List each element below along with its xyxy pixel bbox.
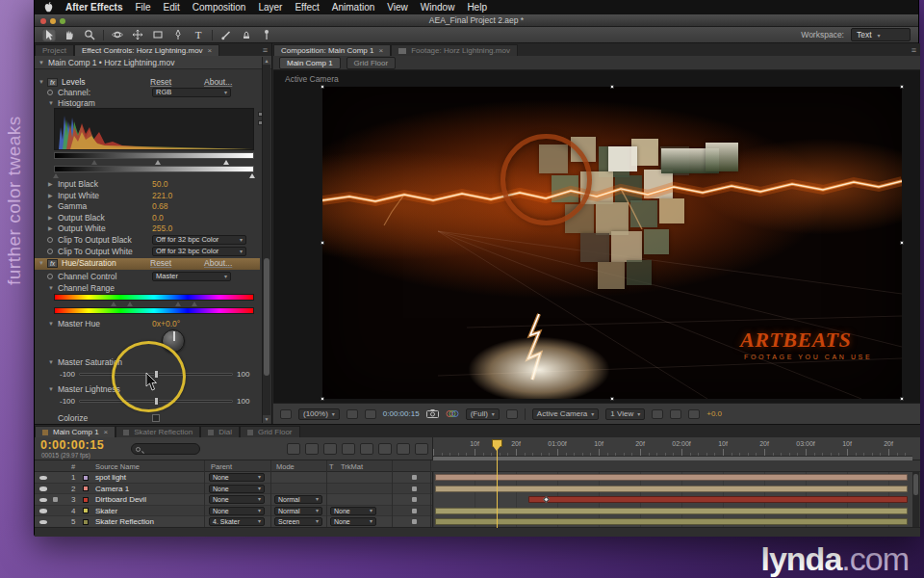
- timeline-button-icon[interactable]: [688, 409, 700, 419]
- timeline-tab-skater-reflection[interactable]: Skater Reflection: [116, 426, 200, 437]
- levels-reset-button[interactable]: Reset: [150, 77, 171, 88]
- layer-row[interactable]: 2 Camera 1 None▾: [35, 484, 432, 495]
- draft-3d-icon[interactable]: [305, 443, 319, 455]
- magnification-select[interactable]: (100%)▾: [298, 408, 340, 420]
- eye-icon[interactable]: [39, 520, 47, 525]
- comp-timecode[interactable]: 0:00:00:15: [383, 409, 420, 418]
- column-trkmat[interactable]: TrkMat: [341, 462, 363, 471]
- eye-icon[interactable]: [39, 476, 47, 481]
- twirl-right-icon[interactable]: ▶: [48, 179, 53, 190]
- zoom-window-button[interactable]: [60, 18, 65, 24]
- motion-blur-icon[interactable]: [360, 443, 373, 455]
- brush-tool-icon[interactable]: [219, 29, 233, 41]
- current-timecode[interactable]: 0:00:00:15: [40, 438, 104, 452]
- clone-stamp-tool-icon[interactable]: [240, 29, 253, 41]
- comp-handle[interactable]: [321, 241, 324, 245]
- menu-animation[interactable]: Animation: [332, 2, 374, 13]
- resolution-select[interactable]: (Full)▾: [466, 408, 500, 420]
- levels-channel-select[interactable]: RGB▾: [152, 88, 231, 97]
- hue-saturation-about-button[interactable]: About...: [204, 258, 232, 269]
- type-tool-icon[interactable]: T: [192, 29, 205, 41]
- tab-effect-controls[interactable]: Effect Controls: Horz Lightning.mov×: [74, 44, 219, 56]
- stopwatch-icon[interactable]: [47, 90, 53, 95]
- preview-option-icon[interactable]: [280, 409, 292, 419]
- zoom-tool-icon[interactable]: [83, 29, 96, 41]
- exposure-value[interactable]: +0.0: [706, 409, 722, 418]
- menu-window[interactable]: Window: [421, 2, 455, 13]
- input-black-value[interactable]: 50.0: [152, 179, 168, 190]
- comp-handle[interactable]: [321, 85, 324, 89]
- eye-icon[interactable]: [39, 486, 47, 491]
- eye-icon[interactable]: [39, 498, 47, 503]
- tab-composition[interactable]: Composition: Main Comp 1×: [273, 44, 391, 56]
- menu-view[interactable]: View: [387, 2, 408, 13]
- timeline-tab-dial[interactable]: Dial: [200, 426, 240, 437]
- minimize-window-button[interactable]: [50, 18, 56, 24]
- switch-icon[interactable]: [412, 486, 417, 491]
- output-black-value[interactable]: 0.0: [152, 213, 164, 223]
- output-black-marker[interactable]: [53, 173, 59, 178]
- timeline-tab-grid-floor[interactable]: Grid Floor: [240, 426, 300, 437]
- layer-color-chip[interactable]: [83, 486, 89, 491]
- view-layout-select[interactable]: 1 View▾: [605, 408, 645, 420]
- range-marker[interactable]: [127, 302, 133, 306]
- layer-duration-bar[interactable]: [528, 496, 908, 503]
- tab-footage[interactable]: Footage: Horz Lightning.mov: [391, 44, 518, 56]
- blend-mode-select[interactable]: Normal▾: [274, 495, 322, 504]
- scrollbar-thumb[interactable]: [264, 258, 270, 376]
- 3d-view-select[interactable]: Active Camera▾: [532, 408, 599, 420]
- layer-row[interactable]: 4 Skater None▾ Normal▾ None▾: [35, 506, 432, 517]
- switch-icon[interactable]: [412, 509, 417, 513]
- composition-viewer[interactable]: Active Camera: [273, 70, 920, 403]
- layer-color-chip[interactable]: [83, 519, 89, 525]
- parent-select[interactable]: None▾: [209, 473, 265, 482]
- pixel-aspect-icon[interactable]: [652, 409, 663, 419]
- timeline-search-input[interactable]: [131, 443, 200, 455]
- range-marker[interactable]: [175, 302, 181, 306]
- track-area[interactable]: [432, 472, 912, 528]
- stopwatch-icon[interactable]: [47, 274, 53, 279]
- timeline-tab-main-comp[interactable]: Main Comp 1×: [35, 426, 116, 437]
- panel-menu-icon[interactable]: ≡: [911, 45, 916, 55]
- track-matte-select[interactable]: None▾: [330, 507, 376, 515]
- track-matte-select[interactable]: None▾: [330, 517, 376, 526]
- auto-keyframe-icon[interactable]: [397, 443, 410, 455]
- close-window-button[interactable]: [40, 18, 46, 24]
- scrollbar-thumb[interactable]: [913, 474, 918, 495]
- orbit-camera-tool-icon[interactable]: [111, 29, 124, 41]
- current-time-indicator-line[interactable]: [497, 443, 498, 528]
- twirl-down-icon[interactable]: ▼: [38, 60, 44, 66]
- close-icon[interactable]: ×: [208, 46, 213, 55]
- comp-handle[interactable]: [900, 241, 904, 245]
- workspace-select[interactable]: Text▾: [851, 28, 911, 41]
- graph-editor-icon[interactable]: [415, 443, 428, 455]
- grid-options-icon[interactable]: [346, 409, 358, 419]
- timeline-scrollbar[interactable]: [912, 472, 919, 528]
- menu-help[interactable]: Help: [467, 2, 487, 13]
- twirl-down-icon[interactable]: ▼: [48, 357, 54, 368]
- panel-menu-icon[interactable]: ≡: [263, 45, 268, 55]
- twirl-down-icon[interactable]: ▼: [38, 77, 44, 88]
- tab-project[interactable]: Project: [35, 44, 74, 56]
- frame-blending-icon[interactable]: [342, 443, 355, 455]
- column-t[interactable]: T: [329, 462, 334, 471]
- input-black-marker[interactable]: [91, 160, 97, 165]
- menu-layer[interactable]: Layer: [258, 2, 282, 13]
- switch-icon[interactable]: [412, 475, 417, 480]
- twirl-right-icon[interactable]: ▶: [48, 223, 53, 234]
- column-parent[interactable]: Parent: [211, 462, 232, 471]
- output-white-value[interactable]: 255.0: [152, 223, 172, 234]
- hue-saturation-reset-button[interactable]: Reset: [150, 258, 171, 269]
- input-white-value[interactable]: 221.0: [152, 191, 172, 201]
- twirl-down-icon[interactable]: ▼: [38, 258, 44, 269]
- levels-about-button[interactable]: About...: [204, 77, 232, 88]
- mask-visibility-icon[interactable]: [365, 409, 376, 419]
- parent-select[interactable]: 4. Skater▾: [209, 517, 265, 526]
- pen-tool-icon[interactable]: [171, 29, 185, 41]
- twirl-right-icon[interactable]: ▶: [48, 213, 53, 223]
- region-of-interest-icon[interactable]: [506, 409, 518, 419]
- range-marker[interactable]: [192, 302, 197, 306]
- layer-duration-bar[interactable]: [435, 474, 908, 481]
- composition-mini-flowchart-icon[interactable]: [287, 443, 300, 455]
- menu-composition[interactable]: Composition: [192, 2, 246, 13]
